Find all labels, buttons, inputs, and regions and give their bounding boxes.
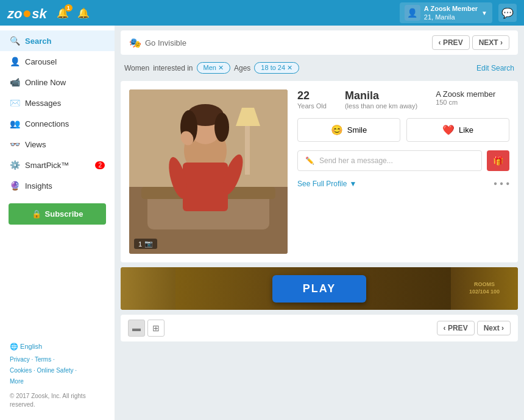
bottom-nav-buttons: ‹ PREV Next › [437, 321, 511, 335]
online-safety-link[interactable]: Online Safety [37, 367, 73, 374]
sidebar-label-connections: Connections [25, 119, 69, 128]
prev-button-bottom[interactable]: ‹ PREV [437, 321, 475, 335]
grid-view-icon: ⊞ [152, 323, 160, 333]
sidebar-footer: 🌐 English Privacy · Terms · Cookies · On… [0, 337, 115, 415]
carousel-icon: 👤 [10, 57, 20, 66]
see-full-profile-link[interactable]: See Full Profile ▼ [297, 180, 356, 188]
insights-icon: 🔮 [10, 181, 20, 191]
heart-icon: ❤️ [442, 124, 455, 136]
photo-count: 1 [138, 240, 142, 248]
profile-actions: 😊 Smile ❤️ Like [297, 118, 509, 142]
terms-link[interactable]: Terms [35, 356, 51, 363]
sidebar-item-online-now[interactable]: 📹 Online Now [0, 72, 115, 93]
filter-women: Women [124, 64, 149, 72]
like-label: Like [459, 125, 473, 135]
smartpick-icon: ⚙️ [10, 160, 20, 170]
ad-banner: PLAY ROOMS102/104 100 [121, 267, 518, 310]
sidebar-label-online-now: Online Now [25, 78, 66, 87]
chevron-left-icon: ‹ [439, 38, 441, 47]
app-logo: zo●sk [7, 4, 47, 23]
ad-right-art: ROOMS102/104 100 [451, 267, 518, 310]
profile-stats: 22 Years Old Manila (less than one km aw… [297, 89, 509, 110]
filter-bar: Women interested in Men ✕ Ages 18 to 24 … [121, 60, 518, 76]
profile-card: 1 📷 22 Years Old Manila (less than one k… [121, 81, 518, 262]
svg-rect-11 [183, 163, 228, 211]
sidebar-label-search: Search [25, 37, 51, 46]
sidebar-item-messages[interactable]: ✉️ Messages [0, 93, 115, 113]
filter-ages-label: Ages [234, 64, 250, 72]
grid-view-button[interactable]: ⊞ [147, 320, 165, 337]
chevron-left-icon: ‹ [444, 324, 446, 332]
age-value: 22 [297, 89, 327, 102]
sidebar-label-carousel: Carousel [25, 57, 57, 66]
chat-icon[interactable]: 💬 [498, 4, 517, 22]
subscribe-button[interactable]: 🔒 Subscribe [9, 203, 106, 225]
bottom-navigation: ▬ ⊞ ‹ PREV Next › [121, 315, 518, 341]
svg-rect-4 [245, 126, 250, 175]
sidebar-item-insights[interactable]: 🔮 Insights [0, 175, 115, 196]
message-input[interactable]: ✏️ Send her a message... [297, 150, 482, 171]
content-topbar: 🎭 Go Invisible ‹ PREV NEXT › [121, 30, 518, 55]
photo-counter: 1 📷 [134, 239, 157, 249]
user-location: 21, Manila [424, 13, 478, 21]
smile-button[interactable]: 😊 Smile [297, 118, 400, 142]
filter-ages-tag[interactable]: 18 to 24 ✕ [254, 62, 299, 74]
cookies-link[interactable]: Cookies [10, 367, 32, 374]
next-button-bottom[interactable]: Next › [477, 321, 511, 335]
chevron-down-icon: ▼ [481, 10, 487, 16]
sidebar-label-views: Views [25, 140, 46, 149]
sidebar-item-connections[interactable]: 👥 Connections [0, 113, 115, 134]
mask-icon: 🎭 [129, 37, 141, 49]
location-stat: Manila (less than one km away) [345, 89, 417, 110]
connections-icon: 👥 [10, 119, 20, 128]
list-view-button[interactable]: ▬ [128, 320, 145, 337]
subscribe-label: Subscribe [45, 209, 83, 219]
sidebar-item-smartpick[interactable]: ⚙️ SmartPick™ 2 [0, 155, 115, 175]
member-stat: A Zoosk member 150 cm [436, 89, 495, 110]
language-label: English [20, 343, 42, 350]
alerts-icon[interactable]: 🔔 [77, 7, 90, 19]
sidebar-item-search[interactable]: 🔍 Search [0, 30, 115, 51]
edit-search-link[interactable]: Edit Search [476, 64, 514, 72]
next-button-top[interactable]: NEXT › [472, 35, 509, 50]
height-value: 150 cm [436, 99, 495, 106]
go-invisible-button[interactable]: 🎭 Go Invisible [129, 37, 186, 49]
profile-photo [129, 89, 288, 254]
notifications-icon[interactable]: 🔔 1 [57, 7, 69, 19]
message-placeholder-text: Send her a message... [319, 156, 393, 165]
notifications-badge: 1 [65, 4, 73, 12]
see-full-label: See Full Profile [297, 180, 347, 188]
list-view-icon: ▬ [132, 323, 141, 333]
nav-buttons: ‹ PREV NEXT › [432, 35, 509, 50]
sidebar-label-messages: Messages [25, 99, 61, 108]
message-row: ✏️ Send her a message... 🎁 [297, 150, 509, 171]
content-area: 🎭 Go Invisible ‹ PREV NEXT › Women inter… [115, 26, 524, 420]
privacy-link[interactable]: Privacy [10, 356, 30, 363]
prev-button-top[interactable]: ‹ PREV [432, 35, 470, 50]
messages-icon: ✉️ [10, 98, 20, 108]
globe-icon: 🌐 [10, 343, 18, 350]
filter-men-tag[interactable]: Men ✕ [197, 62, 230, 74]
member-label: A Zoosk member [436, 89, 495, 99]
language-selector[interactable]: 🌐 English [10, 343, 105, 351]
smartpick-badge: 2 [95, 161, 105, 169]
like-button[interactable]: ❤️ Like [406, 118, 509, 142]
online-now-icon: 📹 [10, 77, 20, 87]
sidebar-item-carousel[interactable]: 👤 Carousel [0, 51, 115, 72]
user-profile-button[interactable]: 👤 A Zoosk Member 21, Manila ▼ [400, 2, 492, 24]
chevron-right-icon: › [500, 38, 503, 47]
gift-button[interactable]: 🎁 [487, 150, 509, 171]
footer-links: Privacy · Terms · Cookies · Online Safet… [10, 354, 105, 387]
close-ages-icon: ✕ [287, 64, 292, 71]
lock-icon: 🔒 [32, 209, 41, 219]
person-artwork [129, 89, 288, 254]
main-wrapper: 🔍 Search 👤 Carousel 📹 Online Now ✉️ Mess… [0, 26, 524, 420]
more-link[interactable]: More [10, 378, 24, 385]
play-button[interactable]: PLAY [272, 275, 366, 303]
search-icon: 🔍 [10, 36, 20, 46]
city-value: Manila [345, 89, 417, 102]
sidebar-item-views[interactable]: 👓 Views [0, 134, 115, 155]
pencil-icon: ✏️ [305, 156, 314, 165]
more-options-button[interactable]: • • • [494, 178, 509, 189]
top-navigation: zo●sk 🔔 1 🔔 👤 A Zoosk Member 21, Manila … [0, 0, 524, 26]
